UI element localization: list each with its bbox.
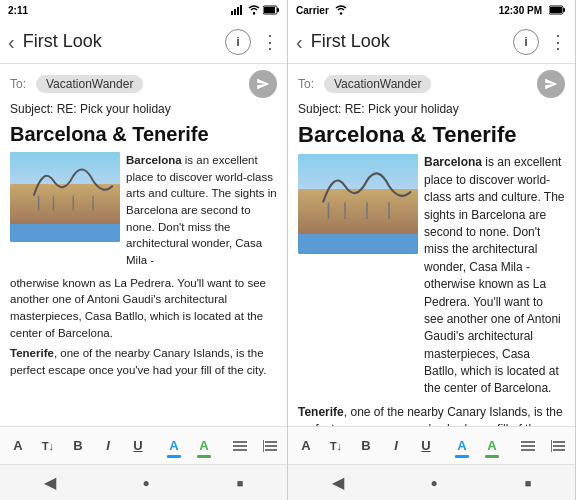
left-nav-bar: ◀ ● ■ [0,464,287,500]
left-to-label: To: [10,77,30,91]
left-btn-t-label: T↓ [42,440,54,452]
left-nav-recent[interactable]: ■ [221,473,260,493]
svg-rect-2 [237,7,239,15]
right-img-water [298,234,418,254]
right-format-toolbar: A T↓ B I U A A [288,426,575,464]
right-btn-list2[interactable] [544,432,572,460]
left-info-button[interactable]: i [225,29,251,55]
left-back-button[interactable]: ‹ [8,32,15,52]
right-btn-list1[interactable] [514,432,542,460]
left-btn-list1[interactable] [226,432,254,460]
left-btn-t[interactable]: T↓ [34,432,62,460]
left-btn-u-label: U [133,438,142,453]
send-icon [256,77,270,91]
right-btn-a-highlight[interactable]: A [478,432,506,460]
right-app-icons: i ⋮ [513,29,567,55]
left-btn-a-highlight[interactable]: A [190,432,218,460]
right-send-button[interactable] [537,70,565,98]
right-time: 12:30 PM [499,5,542,16]
left-phone-panel: 2:11 ‹ [0,0,288,500]
list-icon [233,440,247,452]
right-btn-a[interactable]: A [292,432,320,460]
left-btn-a-color[interactable]: A [160,432,188,460]
right-phone-panel: Carrier 12:30 PM ‹ First Look i [288,0,576,500]
right-to-label: To: [298,77,318,91]
right-app-title: First Look [311,31,513,52]
left-btn-list2[interactable] [256,432,284,460]
left-status-left: 2:11 [8,5,28,16]
right-more-button[interactable]: ⋮ [549,33,567,51]
left-nav-back[interactable]: ◀ [28,469,72,496]
right-btn-i-label: I [394,438,398,453]
right-nav-recent[interactable]: ■ [509,473,548,493]
right-carrier: Carrier [296,5,329,16]
right-to-chip[interactable]: VacationWander [324,75,431,93]
right-email-title: Barcelona & Tenerife [298,122,565,148]
right-to-line: To: VacationWander [298,70,565,98]
svg-rect-6 [264,7,275,13]
right-subject-line: Subject: RE: Pick your holiday [298,102,565,116]
left-content-image-block: Barcelona is an excellent place to disco… [10,152,277,269]
left-email-body: Barcelona is an excellent place to disco… [10,152,277,383]
right-barcelona-bold: Barcelona [424,155,482,169]
right-list-icon [521,440,535,452]
right-app-bar: ‹ First Look i ⋮ [288,20,575,64]
left-status-right [231,5,279,15]
left-body-inline-text: Barcelona is an excellent place to disco… [126,152,277,269]
left-nav-home[interactable]: ● [127,472,166,494]
right-article-image [298,154,418,254]
left-subject-value: RE: Pick your holiday [57,102,171,116]
right-subject-label: Subject: [298,102,341,116]
svg-rect-1 [234,9,236,15]
left-app-bar: ‹ First Look i ⋮ [0,20,287,64]
right-info-button[interactable]: i [513,29,539,55]
left-subject-line: Subject: RE: Pick your holiday [10,102,277,116]
svg-point-19 [340,12,342,14]
left-btn-a-highlight-label: A [199,438,208,453]
left-btn-a-color-label: A [169,438,178,453]
right-body-inline: is an excellent place to discover world-… [424,155,565,395]
img-coaster [32,161,115,211]
left-btn-i[interactable]: I [94,432,122,460]
right-btn-t[interactable]: T↓ [322,432,350,460]
indent-list-icon [263,440,277,452]
left-btn-a[interactable]: A [4,432,32,460]
left-send-button[interactable] [249,70,277,98]
svg-rect-7 [277,8,279,12]
left-body-cont-text: otherwise known as La Pedrera. You'll wa… [10,277,266,339]
left-btn-b[interactable]: B [64,432,92,460]
right-body-tenerife: Tenerife, one of the nearby Canary Islan… [298,404,565,426]
right-status-right: 12:30 PM [499,5,567,16]
left-app-title: First Look [23,31,225,52]
right-tenerife-bold: Tenerife [298,405,344,419]
right-body-inline-text: Barcelona is an excellent place to disco… [424,154,565,397]
wifi-icon [248,5,260,15]
right-nav-back[interactable]: ◀ [316,469,360,496]
right-info-icon: i [524,34,528,49]
left-btn-u[interactable]: U [124,432,152,460]
svg-rect-3 [240,5,242,15]
left-more-button[interactable]: ⋮ [261,33,279,51]
left-btn-a-label: A [13,438,22,453]
right-btn-u-label: U [421,438,430,453]
right-battery-icon [549,5,567,15]
svg-rect-21 [550,7,562,13]
left-email-content: To: VacationWander Subject: RE: Pick you… [0,64,287,426]
right-btn-a-label: A [301,438,310,453]
left-info-icon: i [236,34,240,49]
right-back-button[interactable]: ‹ [296,32,303,52]
right-nav-home[interactable]: ● [415,472,454,494]
right-btn-u[interactable]: U [412,432,440,460]
right-wifi-icon [335,5,347,15]
right-btn-b[interactable]: B [352,432,380,460]
svg-rect-22 [563,8,565,12]
right-content-image-block: Barcelona is an excellent place to disco… [298,154,565,397]
left-time: 2:11 [8,5,28,16]
left-to-chip[interactable]: VacationWander [36,75,143,93]
right-btn-i[interactable]: I [382,432,410,460]
svg-rect-0 [231,11,233,15]
right-btn-a-color-label: A [457,438,466,453]
right-status-bar: Carrier 12:30 PM [288,0,575,20]
right-btn-a-color[interactable]: A [448,432,476,460]
svg-point-4 [253,12,255,14]
